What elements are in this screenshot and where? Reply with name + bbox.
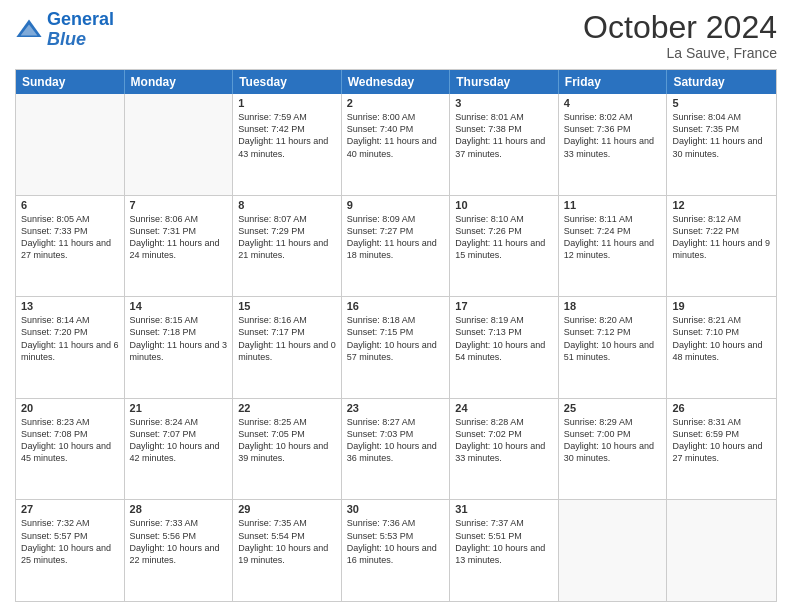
calendar-cell: 22Sunrise: 8:25 AM Sunset: 7:05 PM Dayli… [233, 399, 342, 500]
logo: General Blue [15, 10, 114, 50]
cell-info: Sunrise: 7:33 AM Sunset: 5:56 PM Dayligh… [130, 517, 228, 566]
cell-info: Sunrise: 8:01 AM Sunset: 7:38 PM Dayligh… [455, 111, 553, 160]
calendar-cell: 2Sunrise: 8:00 AM Sunset: 7:40 PM Daylig… [342, 94, 451, 195]
title-block: October 2024 La Sauve, France [583, 10, 777, 61]
day-number: 23 [347, 402, 445, 414]
cell-info: Sunrise: 7:32 AM Sunset: 5:57 PM Dayligh… [21, 517, 119, 566]
calendar-row: 6Sunrise: 8:05 AM Sunset: 7:33 PM Daylig… [16, 195, 776, 297]
day-number: 16 [347, 300, 445, 312]
calendar-cell: 9Sunrise: 8:09 AM Sunset: 7:27 PM Daylig… [342, 196, 451, 297]
day-number: 28 [130, 503, 228, 515]
day-number: 8 [238, 199, 336, 211]
calendar-cell: 12Sunrise: 8:12 AM Sunset: 7:22 PM Dayli… [667, 196, 776, 297]
day-number: 13 [21, 300, 119, 312]
day-number: 30 [347, 503, 445, 515]
day-number: 31 [455, 503, 553, 515]
day-number: 6 [21, 199, 119, 211]
cell-info: Sunrise: 8:25 AM Sunset: 7:05 PM Dayligh… [238, 416, 336, 465]
calendar-cell: 8Sunrise: 8:07 AM Sunset: 7:29 PM Daylig… [233, 196, 342, 297]
calendar-cell: 15Sunrise: 8:16 AM Sunset: 7:17 PM Dayli… [233, 297, 342, 398]
calendar-cell: 20Sunrise: 8:23 AM Sunset: 7:08 PM Dayli… [16, 399, 125, 500]
day-number: 4 [564, 97, 662, 109]
calendar-cell: 10Sunrise: 8:10 AM Sunset: 7:26 PM Dayli… [450, 196, 559, 297]
calendar-cell: 29Sunrise: 7:35 AM Sunset: 5:54 PM Dayli… [233, 500, 342, 601]
calendar-cell: 19Sunrise: 8:21 AM Sunset: 7:10 PM Dayli… [667, 297, 776, 398]
calendar-cell: 30Sunrise: 7:36 AM Sunset: 5:53 PM Dayli… [342, 500, 451, 601]
day-number: 7 [130, 199, 228, 211]
day-number: 25 [564, 402, 662, 414]
day-number: 20 [21, 402, 119, 414]
weekday-header: Thursday [450, 70, 559, 94]
calendar-cell: 26Sunrise: 8:31 AM Sunset: 6:59 PM Dayli… [667, 399, 776, 500]
day-number: 18 [564, 300, 662, 312]
cell-info: Sunrise: 8:31 AM Sunset: 6:59 PM Dayligh… [672, 416, 771, 465]
day-number: 15 [238, 300, 336, 312]
calendar-cell: 17Sunrise: 8:19 AM Sunset: 7:13 PM Dayli… [450, 297, 559, 398]
calendar-cell [125, 94, 234, 195]
calendar-row: 20Sunrise: 8:23 AM Sunset: 7:08 PM Dayli… [16, 398, 776, 500]
calendar-row: 1Sunrise: 7:59 AM Sunset: 7:42 PM Daylig… [16, 94, 776, 195]
day-number: 27 [21, 503, 119, 515]
calendar-cell [667, 500, 776, 601]
cell-info: Sunrise: 8:04 AM Sunset: 7:35 PM Dayligh… [672, 111, 771, 160]
weekday-header: Friday [559, 70, 668, 94]
calendar-cell: 27Sunrise: 7:32 AM Sunset: 5:57 PM Dayli… [16, 500, 125, 601]
day-number: 17 [455, 300, 553, 312]
cell-info: Sunrise: 8:20 AM Sunset: 7:12 PM Dayligh… [564, 314, 662, 363]
day-number: 1 [238, 97, 336, 109]
cell-info: Sunrise: 8:14 AM Sunset: 7:20 PM Dayligh… [21, 314, 119, 363]
header: General Blue October 2024 La Sauve, Fran… [15, 10, 777, 61]
calendar-row: 13Sunrise: 8:14 AM Sunset: 7:20 PM Dayli… [16, 296, 776, 398]
weekday-header: Saturday [667, 70, 776, 94]
cell-info: Sunrise: 8:28 AM Sunset: 7:02 PM Dayligh… [455, 416, 553, 465]
day-number: 26 [672, 402, 771, 414]
cell-info: Sunrise: 7:37 AM Sunset: 5:51 PM Dayligh… [455, 517, 553, 566]
day-number: 29 [238, 503, 336, 515]
weekday-header: Sunday [16, 70, 125, 94]
cell-info: Sunrise: 7:59 AM Sunset: 7:42 PM Dayligh… [238, 111, 336, 160]
calendar-cell: 25Sunrise: 8:29 AM Sunset: 7:00 PM Dayli… [559, 399, 668, 500]
calendar-cell [559, 500, 668, 601]
logo-text: General Blue [47, 10, 114, 50]
calendar-cell [16, 94, 125, 195]
calendar-cell: 23Sunrise: 8:27 AM Sunset: 7:03 PM Dayli… [342, 399, 451, 500]
day-number: 9 [347, 199, 445, 211]
calendar-cell: 3Sunrise: 8:01 AM Sunset: 7:38 PM Daylig… [450, 94, 559, 195]
calendar-cell: 6Sunrise: 8:05 AM Sunset: 7:33 PM Daylig… [16, 196, 125, 297]
cell-info: Sunrise: 8:29 AM Sunset: 7:00 PM Dayligh… [564, 416, 662, 465]
calendar-cell: 24Sunrise: 8:28 AM Sunset: 7:02 PM Dayli… [450, 399, 559, 500]
logo-line2: Blue [47, 29, 86, 49]
calendar: SundayMondayTuesdayWednesdayThursdayFrid… [15, 69, 777, 602]
calendar-cell: 16Sunrise: 8:18 AM Sunset: 7:15 PM Dayli… [342, 297, 451, 398]
weekday-header: Tuesday [233, 70, 342, 94]
day-number: 21 [130, 402, 228, 414]
cell-info: Sunrise: 8:11 AM Sunset: 7:24 PM Dayligh… [564, 213, 662, 262]
day-number: 14 [130, 300, 228, 312]
cell-info: Sunrise: 8:15 AM Sunset: 7:18 PM Dayligh… [130, 314, 228, 363]
calendar-cell: 13Sunrise: 8:14 AM Sunset: 7:20 PM Dayli… [16, 297, 125, 398]
cell-info: Sunrise: 8:19 AM Sunset: 7:13 PM Dayligh… [455, 314, 553, 363]
calendar-cell: 18Sunrise: 8:20 AM Sunset: 7:12 PM Dayli… [559, 297, 668, 398]
cell-info: Sunrise: 8:06 AM Sunset: 7:31 PM Dayligh… [130, 213, 228, 262]
logo-icon [15, 16, 43, 44]
calendar-header: SundayMondayTuesdayWednesdayThursdayFrid… [16, 70, 776, 94]
cell-info: Sunrise: 8:18 AM Sunset: 7:15 PM Dayligh… [347, 314, 445, 363]
cell-info: Sunrise: 8:00 AM Sunset: 7:40 PM Dayligh… [347, 111, 445, 160]
weekday-header: Wednesday [342, 70, 451, 94]
day-number: 5 [672, 97, 771, 109]
cell-info: Sunrise: 8:12 AM Sunset: 7:22 PM Dayligh… [672, 213, 771, 262]
calendar-cell: 1Sunrise: 7:59 AM Sunset: 7:42 PM Daylig… [233, 94, 342, 195]
cell-info: Sunrise: 8:02 AM Sunset: 7:36 PM Dayligh… [564, 111, 662, 160]
calendar-cell: 28Sunrise: 7:33 AM Sunset: 5:56 PM Dayli… [125, 500, 234, 601]
cell-info: Sunrise: 8:09 AM Sunset: 7:27 PM Dayligh… [347, 213, 445, 262]
calendar-cell: 21Sunrise: 8:24 AM Sunset: 7:07 PM Dayli… [125, 399, 234, 500]
cell-info: Sunrise: 7:35 AM Sunset: 5:54 PM Dayligh… [238, 517, 336, 566]
cell-info: Sunrise: 8:07 AM Sunset: 7:29 PM Dayligh… [238, 213, 336, 262]
calendar-cell: 14Sunrise: 8:15 AM Sunset: 7:18 PM Dayli… [125, 297, 234, 398]
calendar-cell: 11Sunrise: 8:11 AM Sunset: 7:24 PM Dayli… [559, 196, 668, 297]
cell-info: Sunrise: 8:23 AM Sunset: 7:08 PM Dayligh… [21, 416, 119, 465]
day-number: 3 [455, 97, 553, 109]
calendar-cell: 31Sunrise: 7:37 AM Sunset: 5:51 PM Dayli… [450, 500, 559, 601]
month-title: October 2024 [583, 10, 777, 45]
day-number: 11 [564, 199, 662, 211]
